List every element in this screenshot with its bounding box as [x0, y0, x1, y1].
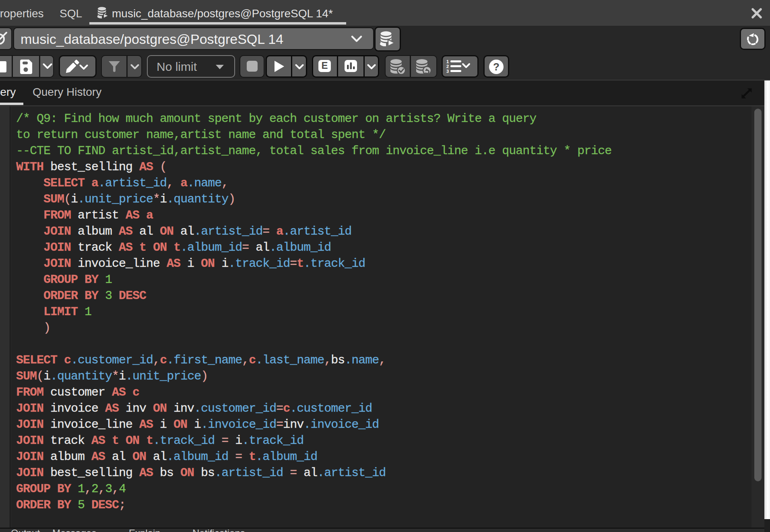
svg-text:2: 2	[446, 64, 449, 69]
svg-text:1: 1	[446, 60, 449, 64]
svg-text:3: 3	[446, 69, 449, 73]
